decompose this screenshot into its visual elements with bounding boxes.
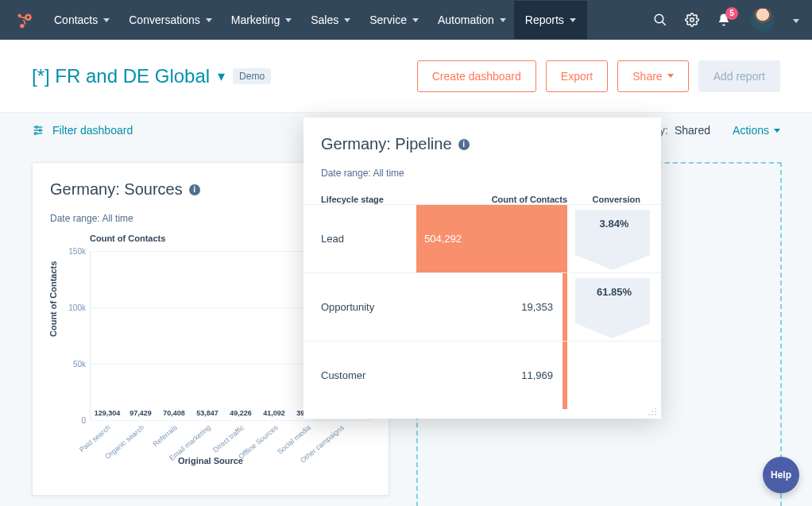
- svg-point-14: [34, 133, 37, 135]
- ytick: 50k: [73, 359, 86, 368]
- resize-handle-icon[interactable]: [645, 404, 656, 415]
- nav-item-service[interactable]: Service: [369, 14, 419, 26]
- svg-point-5: [27, 16, 29, 18]
- svg-point-2: [20, 24, 24, 28]
- chart-title: Count of Contacts: [90, 234, 165, 243]
- stage-count: 11,969: [521, 369, 561, 381]
- hubspot-logo-icon[interactable]: [13, 9, 35, 31]
- create-dashboard-button[interactable]: Create dashboard: [417, 60, 536, 92]
- stage-count: 19,353: [521, 301, 561, 313]
- nav-item-automation[interactable]: Automation: [438, 14, 506, 26]
- top-navbar: ContactsConversationsMarketingSalesServi…: [0, 0, 812, 40]
- filter-sliders-icon: [32, 124, 44, 137]
- dashboard-title[interactable]: [*] FR and DE Global: [32, 65, 210, 87]
- ytick: 0: [81, 416, 86, 425]
- dashboard-header: [*] FR and DE Global ▾ Demo Create dashb…: [0, 40, 812, 113]
- chart-xlabel: Original Source: [50, 456, 371, 465]
- th-count: Count of Contacts: [416, 195, 567, 204]
- pipeline-table-header: Lifecycle stage Count of Contacts Conver…: [304, 195, 661, 204]
- pipeline-date-range: Date range: All time: [321, 168, 644, 179]
- bar-value-label: 49,226: [230, 409, 252, 417]
- ytick: 150k: [68, 247, 86, 256]
- conversion-value: 61.85%: [597, 286, 632, 298]
- nav-items: ContactsConversationsMarketingSalesServi…: [54, 14, 636, 26]
- chart-ylabel: Count of Contacts: [48, 261, 58, 336]
- settings-gear-icon[interactable]: [684, 12, 700, 28]
- nav-item-reports[interactable]: Reports: [514, 1, 587, 39]
- stage-label: Lead: [321, 205, 416, 272]
- bar-value-label: 97,429: [130, 409, 152, 417]
- demo-tag: Demo: [233, 68, 271, 84]
- share-button[interactable]: Share: [617, 60, 688, 92]
- nav-item-marketing[interactable]: Marketing: [231, 14, 292, 26]
- nav-item-sales[interactable]: Sales: [311, 14, 350, 26]
- pipeline-report-card[interactable]: Germany: Pipeline i Date range: All time…: [304, 118, 661, 419]
- th-conversion: Conversion: [567, 195, 644, 204]
- visibility-value: Shared: [675, 124, 710, 137]
- conversion-value: 3.84%: [600, 218, 629, 230]
- svg-line-7: [662, 21, 666, 25]
- info-icon[interactable]: i: [189, 184, 200, 195]
- search-icon[interactable]: [652, 12, 668, 28]
- pipeline-row: Opportunity19,35361.85%: [304, 272, 661, 341]
- filter-dashboard-label: Filter dashboard: [52, 124, 133, 137]
- svg-point-13: [39, 129, 41, 132]
- help-button[interactable]: Help: [763, 457, 799, 493]
- bar-value-label: 41,092: [263, 409, 285, 417]
- add-report-button: Add report: [698, 60, 780, 92]
- filter-dashboard-link[interactable]: Filter dashboard: [32, 124, 133, 137]
- ytick: 100k: [68, 303, 86, 311]
- pipeline-row: Customer11,969: [304, 341, 661, 409]
- svg-point-8: [690, 18, 694, 22]
- xtick: Direct traffic: [211, 423, 246, 454]
- nav-right: 5: [652, 8, 799, 32]
- svg-point-6: [655, 14, 663, 23]
- pipeline-card-title: Germany: Pipeline: [321, 135, 452, 153]
- bar-value-label: 53,847: [196, 409, 218, 417]
- export-button[interactable]: Export: [546, 60, 608, 92]
- stage-count: 504,292: [416, 233, 462, 245]
- nav-item-conversations[interactable]: Conversations: [129, 14, 212, 26]
- dashboard-switcher-chev-icon[interactable]: ▾: [218, 68, 225, 85]
- xtick: Paid search: [79, 423, 113, 454]
- stage-label: Customer: [321, 342, 416, 409]
- bar-value-label: 129,304: [95, 409, 121, 417]
- notification-badge: 5: [725, 7, 738, 20]
- sources-card-title: Germany: Sources: [50, 180, 183, 199]
- info-icon[interactable]: i: [458, 139, 470, 150]
- th-stage: Lifecycle stage: [321, 195, 416, 204]
- svg-point-12: [36, 126, 38, 129]
- xtick: Referrals: [152, 423, 179, 448]
- pipeline-row: Lead504,2923.84%: [304, 204, 661, 272]
- account-menu-chev-icon[interactable]: [791, 14, 799, 26]
- user-avatar[interactable]: [751, 8, 775, 32]
- bar-value-label: 70,408: [163, 409, 185, 417]
- actions-dropdown[interactable]: Actions: [733, 124, 780, 137]
- notifications-bell-icon[interactable]: 5: [716, 12, 732, 28]
- svg-rect-4: [23, 19, 26, 25]
- nav-item-contacts[interactable]: Contacts: [54, 14, 110, 26]
- dashboard-canvas: Germany: Sources i Date range: All time …: [0, 148, 812, 506]
- stage-label: Opportunity: [321, 273, 416, 341]
